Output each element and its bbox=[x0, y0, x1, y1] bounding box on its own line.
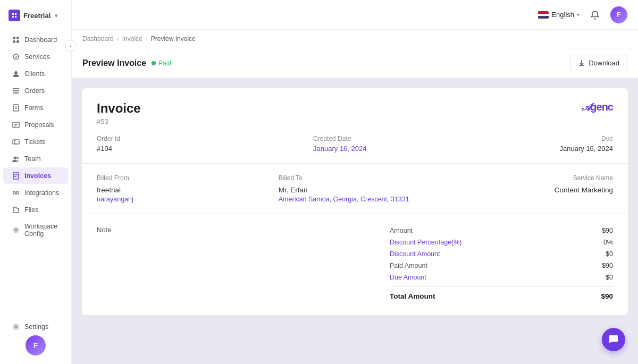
svg-rect-19 bbox=[13, 173, 19, 179]
brand-name: Freetrial bbox=[23, 12, 51, 20]
status-badge: Paid bbox=[152, 60, 171, 67]
service-name-value: Content Marketing bbox=[555, 186, 613, 194]
total-label: Total Amount bbox=[390, 292, 435, 300]
breadcrumb-sep-1: › bbox=[117, 35, 119, 43]
sidebar-item-forms[interactable]: Forms bbox=[3, 99, 68, 116]
svg-rect-12 bbox=[13, 122, 19, 128]
language-label: English bbox=[551, 11, 574, 19]
sidebar-item-label: Forms bbox=[24, 104, 43, 112]
invoice-title: Invoice bbox=[97, 101, 141, 116]
breadcrumb-sep-2: › bbox=[146, 35, 148, 43]
sidebar-user-avatar[interactable]: F bbox=[26, 335, 46, 355]
avatar-initials: F bbox=[33, 341, 38, 350]
sidebar-item-label: Clients bbox=[24, 70, 45, 78]
clients-icon bbox=[12, 70, 20, 78]
amount-label-1: Discount Percentage(%) bbox=[390, 239, 461, 246]
sidebar-item-label: Invoices bbox=[24, 172, 51, 180]
sidebar-item-dashboard[interactable]: Dashboard bbox=[3, 31, 68, 48]
sidebar-item-tickets[interactable]: Tickets bbox=[3, 133, 68, 150]
page-title: Preview Invoice bbox=[82, 58, 146, 68]
svg-rect-2 bbox=[13, 40, 15, 43]
sidebar-item-clients[interactable]: Clients bbox=[3, 65, 68, 82]
topbar: English ▾ F bbox=[72, 0, 638, 30]
svg-point-23 bbox=[16, 191, 19, 194]
download-icon bbox=[578, 60, 585, 67]
invoice-meta: Order Id #104 Created Date January 16, 2… bbox=[82, 135, 628, 163]
brand-logo-icon: 𝒜 bbox=[582, 101, 590, 113]
brand-logo: 𝒜genc bbox=[582, 101, 613, 113]
sidebar-item-services[interactable]: Services bbox=[3, 48, 68, 65]
sidebar: Freetrial ▾ Dashboard Services Clients bbox=[0, 0, 72, 364]
created-date-block: Created Date January 16, 2024 bbox=[313, 135, 366, 153]
language-selector[interactable]: English ▾ bbox=[538, 11, 580, 19]
svg-rect-8 bbox=[13, 92, 19, 94]
proposals-icon bbox=[12, 121, 20, 129]
amount-label-4: Due Amount bbox=[390, 274, 426, 281]
notification-bell[interactable] bbox=[587, 7, 603, 23]
status-label: Paid bbox=[158, 60, 171, 67]
services-icon bbox=[12, 53, 20, 61]
breadcrumb-current: Preview Invoice bbox=[151, 35, 196, 43]
orders-icon bbox=[12, 87, 20, 95]
flag-icon bbox=[538, 11, 549, 19]
created-date-value: January 16, 2024 bbox=[313, 145, 366, 153]
amount-value-3: $90 bbox=[602, 262, 613, 269]
sidebar-item-settings[interactable]: Settings bbox=[3, 318, 68, 335]
dashboard-icon bbox=[12, 36, 20, 44]
svg-point-4 bbox=[13, 54, 19, 60]
billed-to-address: American Samoa, Georgia, Crescent, 31331 bbox=[279, 196, 409, 203]
billed-to-name: Mr. Erfan bbox=[279, 186, 409, 194]
tickets-icon bbox=[12, 138, 20, 146]
due-block: Due January 16, 2024 bbox=[560, 135, 613, 153]
svg-point-17 bbox=[13, 156, 16, 159]
main-area: English ▾ F Dashboard › Invoice › Previe… bbox=[72, 0, 638, 364]
svg-point-18 bbox=[16, 157, 19, 159]
amount-value-4: $0 bbox=[606, 274, 613, 281]
billed-to-block: Billed To Mr. Erfan American Samoa, Geor… bbox=[279, 174, 409, 203]
svg-point-25 bbox=[15, 229, 17, 231]
svg-rect-9 bbox=[13, 105, 19, 111]
sidebar-item-files[interactable]: Files bbox=[3, 201, 68, 218]
page-header: Preview Invoice Paid Download bbox=[72, 48, 638, 78]
invoice-billing: Billed From freetrial narayanganj Billed… bbox=[82, 164, 628, 214]
amount-row-1: Discount Percentage(%) 0% bbox=[390, 236, 613, 248]
service-name-label: Service Name bbox=[555, 174, 613, 182]
amount-label-0: Amount bbox=[390, 227, 413, 234]
sidebar-item-label: Files bbox=[24, 206, 38, 214]
chat-fab-button[interactable] bbox=[602, 328, 625, 351]
amount-row-3: Paid Amount $90 bbox=[390, 260, 613, 272]
breadcrumb-dashboard[interactable]: Dashboard bbox=[82, 35, 114, 43]
sidebar-item-invoices[interactable]: Invoices bbox=[3, 167, 68, 184]
due-label: Due bbox=[560, 135, 613, 142]
sidebar-collapse-btn[interactable]: ‹ bbox=[65, 40, 77, 52]
billed-from-label: Billed From bbox=[97, 174, 133, 182]
amounts-section: Amount $90 Discount Percentage(%) 0% Dis… bbox=[390, 225, 613, 302]
invoice-number: #53 bbox=[97, 117, 141, 125]
note-section: Note bbox=[97, 225, 390, 302]
sidebar-brand[interactable]: Freetrial ▾ bbox=[0, 0, 71, 29]
user-initials: F bbox=[617, 11, 621, 19]
amount-row-2: Discount Amount $0 bbox=[390, 248, 613, 260]
note-label: Note bbox=[97, 226, 111, 234]
sidebar-item-label: Tickets bbox=[24, 138, 45, 146]
breadcrumb-invoice[interactable]: Invoice bbox=[122, 35, 142, 43]
integrations-icon bbox=[12, 189, 20, 197]
topbar-user-avatar[interactable]: F bbox=[610, 6, 627, 23]
due-date-value: January 16, 2024 bbox=[560, 145, 613, 153]
sidebar-item-integrations[interactable]: Integrations bbox=[3, 184, 68, 201]
sidebar-item-label: Integrations bbox=[24, 189, 59, 197]
invoice-header: Invoice #53 𝒜genc bbox=[82, 88, 628, 135]
sidebar-item-workspace[interactable]: Workspace Config bbox=[3, 218, 68, 242]
order-id-block: Order Id #104 bbox=[97, 135, 120, 153]
total-value: $90 bbox=[601, 292, 613, 300]
download-button[interactable]: Download bbox=[570, 55, 627, 71]
amount-row-4: Due Amount $0 bbox=[390, 272, 613, 283]
amount-label-2: Discount Amount bbox=[390, 250, 440, 258]
page-content: Dashboard › Invoice › Preview Invoice Pr… bbox=[72, 30, 638, 364]
sidebar-item-team[interactable]: Team bbox=[3, 150, 68, 167]
invoice-note-amounts: Note Amount $90 Discount Percentage(%) 0… bbox=[82, 214, 628, 315]
sidebar-item-proposals[interactable]: Proposals bbox=[3, 116, 68, 133]
sidebar-item-orders[interactable]: Orders bbox=[3, 82, 68, 99]
brand-icon bbox=[9, 10, 20, 21]
svg-rect-6 bbox=[13, 88, 19, 89]
